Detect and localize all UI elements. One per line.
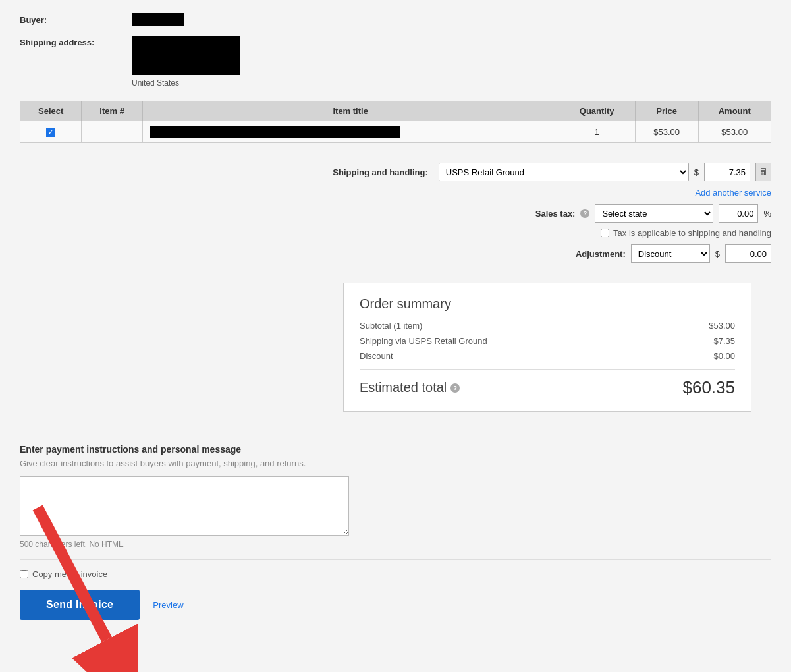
estimated-total-value: $60.35: [682, 378, 735, 398]
discount-value: $0.00: [713, 351, 735, 361]
sales-tax-row: Sales tax: ? Select state California New…: [20, 204, 771, 223]
shipping-address-row: Shipping address: United States: [20, 36, 771, 88]
copy-invoice-label: Copy me on invoice: [32, 569, 107, 579]
tax-shipping-checkbox[interactable]: [601, 229, 609, 237]
payment-title: Enter payment instructions and personal …: [20, 444, 771, 455]
items-table: Select Item # Item title Quantity Price …: [20, 101, 771, 143]
shipping-label: Shipping and handling:: [333, 167, 427, 177]
cell-amount: $53.00: [698, 121, 771, 143]
adjustment-amount-input[interactable]: [725, 244, 771, 263]
shipping-row: Shipping and handling: USPS Retail Groun…: [20, 163, 771, 181]
item-title-redacted: [150, 126, 400, 138]
copy-invoice-checkbox[interactable]: [20, 570, 28, 578]
order-summary-title: Order summary: [360, 296, 735, 312]
sales-tax-label: Sales tax:: [535, 209, 576, 219]
country-text: United States: [132, 78, 179, 88]
shipping-address-value: United States: [132, 36, 771, 88]
discount-label: Discount: [360, 351, 393, 361]
tax-info-icon[interactable]: ?: [580, 209, 589, 218]
shipping-summary-value: $7.35: [713, 336, 735, 346]
shipping-carrier-select[interactable]: USPS Retail Ground UPS Ground FedEx Grou…: [439, 163, 689, 181]
address-redacted: [132, 36, 240, 75]
buyer-row: Buyer:: [20, 13, 771, 26]
subtotal-line: Subtotal (1 item) $53.00: [360, 321, 735, 331]
shipping-amount-input[interactable]: [704, 163, 750, 181]
item-checkbox[interactable]: ✓: [46, 128, 55, 137]
shipping-dollar-sign: $: [694, 167, 699, 177]
chars-left: 500 characters left. No HTML.: [20, 540, 771, 549]
adjustment-label: Adjustment:: [576, 249, 626, 259]
tax-checkbox-row: Tax is applicable to shipping and handli…: [20, 228, 771, 238]
estimated-label: Estimated total ?: [360, 380, 460, 395]
cell-quantity: 1: [559, 121, 635, 143]
cell-price: $53.00: [635, 121, 698, 143]
shipping-summary-line: Shipping via USPS Retail Ground $7.35: [360, 336, 735, 346]
cell-select[interactable]: ✓: [20, 121, 82, 143]
payment-textarea[interactable]: [20, 476, 349, 536]
send-invoice-button[interactable]: Send Invoice: [20, 590, 140, 620]
shipping-address-label: Shipping address:: [20, 36, 132, 47]
copy-row: Copy me on invoice: [20, 559, 771, 579]
payment-section: Enter payment instructions and personal …: [20, 432, 771, 620]
estimated-info-icon[interactable]: ?: [450, 383, 460, 393]
col-item-num: Item #: [82, 101, 142, 121]
estimated-total-row: Estimated total ? $60.35: [360, 378, 735, 398]
summary-divider: [360, 369, 735, 370]
options-section: Shipping and handling: USPS Retail Groun…: [20, 156, 771, 276]
percent-sign: %: [763, 209, 771, 219]
buyer-redacted: [132, 13, 184, 26]
col-price: Price: [635, 101, 698, 121]
col-quantity: Quantity: [559, 101, 635, 121]
estimated-label-text: Estimated total: [360, 380, 447, 395]
bottom-actions: Send Invoice Preview: [20, 590, 771, 620]
tax-percent-input[interactable]: [719, 204, 758, 223]
adjustment-type-select[interactable]: Discount Surcharge: [631, 244, 710, 263]
adj-dollar-sign: $: [715, 249, 720, 259]
cell-item-num: [82, 121, 142, 143]
add-service-link[interactable]: Add another service: [695, 188, 771, 198]
shipping-summary-label: Shipping via USPS Retail Ground: [360, 336, 487, 346]
preview-link[interactable]: Preview: [153, 600, 183, 610]
table-header-row: Select Item # Item title Quantity Price …: [20, 101, 771, 121]
state-select[interactable]: Select state California New York Texas: [595, 204, 713, 223]
order-summary-box: Order summary Subtotal (1 item) $53.00 S…: [343, 283, 751, 412]
payment-subtitle: Give clear instructions to assist buyers…: [20, 459, 771, 468]
table-row: ✓ 1 $53.00 $53.00: [20, 121, 771, 143]
col-amount: Amount: [698, 101, 771, 121]
add-service-row: Add another service: [20, 188, 771, 198]
subtotal-value: $53.00: [709, 321, 735, 331]
buyer-label: Buyer:: [20, 13, 132, 25]
buyer-value: [132, 13, 771, 26]
lower-section: Order summary Subtotal (1 item) $53.00 S…: [20, 283, 771, 620]
cell-item-title: [142, 121, 559, 143]
col-select: Select: [20, 101, 82, 121]
adjustment-row: Adjustment: Discount Surcharge $: [20, 244, 771, 263]
subtotal-label: Subtotal (1 item): [360, 321, 422, 331]
discount-line: Discount $0.00: [360, 351, 735, 361]
col-item-title: Item title: [142, 101, 559, 121]
tax-checkbox-label: Tax is applicable to shipping and handli…: [613, 228, 771, 238]
calc-icon[interactable]: 🖩: [755, 163, 771, 181]
